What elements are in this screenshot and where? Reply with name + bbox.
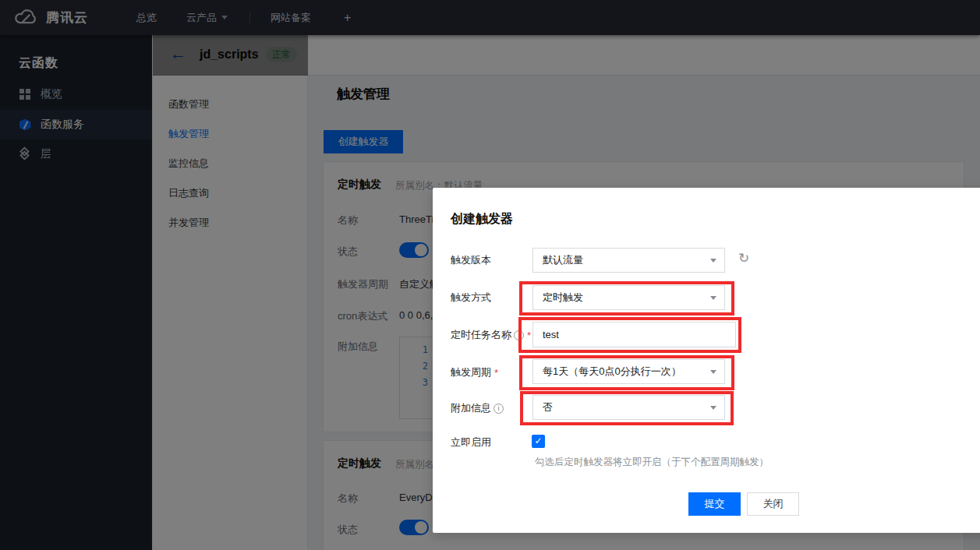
select-value: 默认流量 bbox=[543, 254, 583, 266]
label-trigger-method: 触发方式 bbox=[451, 291, 491, 305]
select-value: 定时触发 bbox=[543, 291, 583, 303]
label-enable-now: 立即启用 bbox=[451, 435, 491, 450]
task-name-input[interactable] bbox=[532, 322, 736, 347]
label-additional-info: 附加信息 i bbox=[451, 401, 504, 415]
dropdown-caret-icon bbox=[710, 296, 716, 300]
info-icon[interactable]: i bbox=[514, 330, 524, 340]
dropdown-caret-icon bbox=[710, 406, 716, 410]
label-trigger-version: 触发版本 bbox=[451, 253, 491, 267]
close-button[interactable]: 关闭 bbox=[747, 492, 799, 516]
select-value: 每1天（每天0点0分执行一次） bbox=[543, 365, 681, 377]
dropdown-caret-icon bbox=[710, 370, 716, 374]
trigger-method-select[interactable]: 定时触发 bbox=[532, 285, 725, 310]
dropdown-caret-icon bbox=[710, 259, 716, 263]
enable-now-checkbox-checked[interactable]: ✓ bbox=[532, 435, 545, 448]
refresh-icon[interactable]: ↻ bbox=[738, 250, 749, 266]
required-mark: * bbox=[494, 367, 498, 379]
required-mark: * bbox=[527, 330, 531, 341]
check-icon: ✓ bbox=[534, 435, 542, 446]
trigger-period-select[interactable]: 每1天（每天0点0分执行一次） bbox=[532, 359, 725, 384]
dialog-title: 创建触发器 bbox=[451, 211, 513, 227]
create-trigger-dialog: 创建触发器 触发版本 默认流量 ↻ 触发方式 定时触发 定时任务名称 i * 触… bbox=[433, 188, 980, 533]
additional-info-select[interactable]: 否 bbox=[532, 395, 725, 420]
label-trigger-period: 触发周期 * bbox=[451, 365, 498, 379]
select-value: 否 bbox=[543, 401, 553, 413]
label-task-name: 定时任务名称 i * bbox=[451, 328, 531, 342]
info-icon[interactable]: i bbox=[494, 404, 504, 414]
submit-button[interactable]: 提交 bbox=[688, 492, 741, 516]
enable-now-hint: 勾选后定时触发器将立即开启（于下个配置周期触发） bbox=[535, 456, 769, 469]
trigger-version-select[interactable]: 默认流量 bbox=[532, 248, 725, 273]
